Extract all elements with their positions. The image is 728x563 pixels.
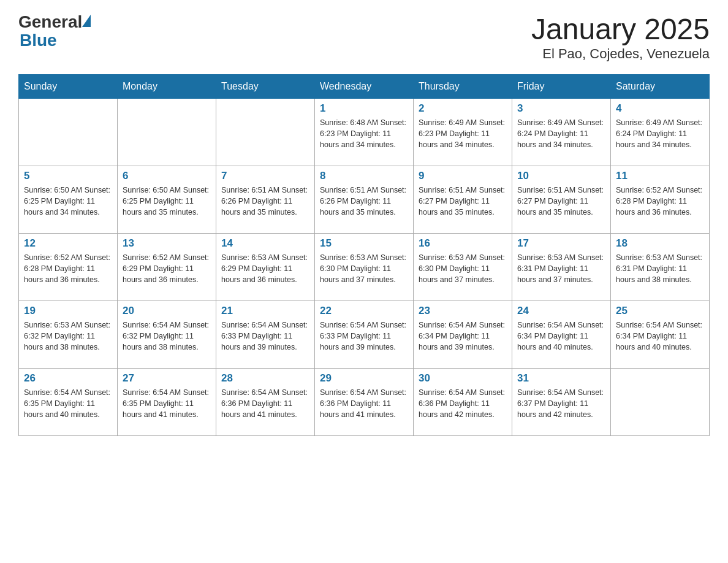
day-number: 16: [419, 237, 507, 250]
calendar-cell: 3Sunrise: 6:49 AM Sunset: 6:24 PM Daylig…: [512, 99, 611, 166]
calendar-header-row: SundayMondayTuesdayWednesdayThursdayFrid…: [19, 75, 710, 99]
day-info: Sunrise: 6:54 AM Sunset: 6:35 PM Dayligh…: [123, 387, 211, 420]
calendar-cell: 2Sunrise: 6:49 AM Sunset: 6:23 PM Daylig…: [414, 99, 512, 166]
calendar-header-saturday: Saturday: [611, 75, 710, 99]
day-info: Sunrise: 6:51 AM Sunset: 6:26 PM Dayligh…: [320, 185, 408, 218]
calendar-cell: 23Sunrise: 6:54 AM Sunset: 6:34 PM Dayli…: [414, 301, 512, 369]
calendar-cell: 13Sunrise: 6:52 AM Sunset: 6:29 PM Dayli…: [118, 234, 216, 301]
calendar-cell: 29Sunrise: 6:54 AM Sunset: 6:36 PM Dayli…: [315, 369, 414, 436]
day-number: 7: [221, 170, 309, 182]
logo-general: General: [18, 12, 82, 32]
day-number: 23: [419, 305, 507, 317]
day-info: Sunrise: 6:50 AM Sunset: 6:25 PM Dayligh…: [123, 185, 211, 218]
day-number: 1: [320, 102, 408, 115]
day-number: 28: [221, 372, 309, 385]
calendar-cell: 28Sunrise: 6:54 AM Sunset: 6:36 PM Dayli…: [216, 369, 315, 436]
calendar-header-thursday: Thursday: [414, 75, 512, 99]
day-number: 13: [123, 237, 211, 250]
day-info: Sunrise: 6:49 AM Sunset: 6:24 PM Dayligh…: [517, 117, 605, 150]
day-number: 6: [123, 170, 211, 182]
calendar-cell: 1Sunrise: 6:48 AM Sunset: 6:23 PM Daylig…: [315, 99, 414, 166]
calendar-cell: 31Sunrise: 6:54 AM Sunset: 6:37 PM Dayli…: [512, 369, 611, 436]
day-number: 21: [221, 305, 309, 317]
day-info: Sunrise: 6:53 AM Sunset: 6:30 PM Dayligh…: [320, 252, 408, 285]
calendar-cell: [118, 99, 216, 166]
calendar-cell: 10Sunrise: 6:51 AM Sunset: 6:27 PM Dayli…: [512, 166, 611, 234]
day-info: Sunrise: 6:54 AM Sunset: 6:34 PM Dayligh…: [419, 320, 507, 353]
calendar-table: SundayMondayTuesdayWednesdayThursdayFrid…: [18, 74, 710, 436]
day-info: Sunrise: 6:53 AM Sunset: 6:31 PM Dayligh…: [616, 252, 704, 285]
calendar-week-3: 12Sunrise: 6:52 AM Sunset: 6:28 PM Dayli…: [19, 234, 710, 301]
day-info: Sunrise: 6:51 AM Sunset: 6:26 PM Dayligh…: [221, 185, 309, 218]
day-info: Sunrise: 6:54 AM Sunset: 6:34 PM Dayligh…: [517, 320, 605, 353]
day-info: Sunrise: 6:53 AM Sunset: 6:29 PM Dayligh…: [221, 252, 309, 285]
day-info: Sunrise: 6:54 AM Sunset: 6:34 PM Dayligh…: [616, 320, 704, 353]
day-number: 31: [517, 372, 605, 385]
calendar-header-tuesday: Tuesday: [216, 75, 315, 99]
day-info: Sunrise: 6:53 AM Sunset: 6:32 PM Dayligh…: [24, 320, 112, 353]
calendar-cell: 22Sunrise: 6:54 AM Sunset: 6:33 PM Dayli…: [315, 301, 414, 369]
calendar-cell: 20Sunrise: 6:54 AM Sunset: 6:32 PM Dayli…: [118, 301, 216, 369]
calendar-week-4: 19Sunrise: 6:53 AM Sunset: 6:32 PM Dayli…: [19, 301, 710, 369]
day-info: Sunrise: 6:53 AM Sunset: 6:31 PM Dayligh…: [517, 252, 605, 285]
day-number: 29: [320, 372, 408, 385]
calendar-cell: 17Sunrise: 6:53 AM Sunset: 6:31 PM Dayli…: [512, 234, 611, 301]
calendar-cell: 7Sunrise: 6:51 AM Sunset: 6:26 PM Daylig…: [216, 166, 315, 234]
calendar-cell: 11Sunrise: 6:52 AM Sunset: 6:28 PM Dayli…: [611, 166, 710, 234]
day-number: 10: [517, 170, 605, 182]
day-number: 5: [24, 170, 112, 182]
calendar-cell: [611, 369, 710, 436]
day-number: 25: [616, 305, 704, 317]
day-number: 8: [320, 170, 408, 182]
day-number: 17: [517, 237, 605, 250]
day-info: Sunrise: 6:52 AM Sunset: 6:28 PM Dayligh…: [24, 252, 112, 285]
day-number: 18: [616, 237, 704, 250]
day-number: 26: [24, 372, 112, 385]
day-info: Sunrise: 6:54 AM Sunset: 6:36 PM Dayligh…: [320, 387, 408, 420]
calendar-week-1: 1Sunrise: 6:48 AM Sunset: 6:23 PM Daylig…: [19, 99, 710, 166]
title-section: January 2025 El Pao, Cojedes, Venezuela: [531, 12, 710, 62]
calendar-cell: 25Sunrise: 6:54 AM Sunset: 6:34 PM Dayli…: [611, 301, 710, 369]
calendar-cell: 18Sunrise: 6:53 AM Sunset: 6:31 PM Dayli…: [611, 234, 710, 301]
day-number: 20: [123, 305, 211, 317]
day-info: Sunrise: 6:49 AM Sunset: 6:23 PM Dayligh…: [419, 117, 507, 150]
calendar-cell: 4Sunrise: 6:49 AM Sunset: 6:24 PM Daylig…: [611, 99, 710, 166]
calendar-cell: [216, 99, 315, 166]
logo-blue: Blue: [20, 32, 57, 49]
day-info: Sunrise: 6:54 AM Sunset: 6:35 PM Dayligh…: [24, 387, 112, 420]
day-number: 15: [320, 237, 408, 250]
calendar-header-wednesday: Wednesday: [315, 75, 414, 99]
calendar-header-monday: Monday: [118, 75, 216, 99]
day-number: 3: [517, 102, 605, 115]
day-info: Sunrise: 6:51 AM Sunset: 6:27 PM Dayligh…: [419, 185, 507, 218]
page-title: January 2025: [531, 12, 710, 46]
calendar-header-friday: Friday: [512, 75, 611, 99]
calendar-cell: 9Sunrise: 6:51 AM Sunset: 6:27 PM Daylig…: [414, 166, 512, 234]
day-info: Sunrise: 6:48 AM Sunset: 6:23 PM Dayligh…: [320, 117, 408, 150]
calendar-cell: 16Sunrise: 6:53 AM Sunset: 6:30 PM Dayli…: [414, 234, 512, 301]
day-info: Sunrise: 6:54 AM Sunset: 6:33 PM Dayligh…: [221, 320, 309, 353]
day-number: 27: [123, 372, 211, 385]
calendar-week-2: 5Sunrise: 6:50 AM Sunset: 6:25 PM Daylig…: [19, 166, 710, 234]
calendar-cell: 24Sunrise: 6:54 AM Sunset: 6:34 PM Dayli…: [512, 301, 611, 369]
calendar-cell: 30Sunrise: 6:54 AM Sunset: 6:36 PM Dayli…: [414, 369, 512, 436]
day-number: 22: [320, 305, 408, 317]
day-info: Sunrise: 6:53 AM Sunset: 6:30 PM Dayligh…: [419, 252, 507, 285]
day-number: 12: [24, 237, 112, 250]
day-info: Sunrise: 6:51 AM Sunset: 6:27 PM Dayligh…: [517, 185, 605, 218]
logo-triangle-icon: [82, 15, 91, 27]
calendar-cell: 19Sunrise: 6:53 AM Sunset: 6:32 PM Dayli…: [19, 301, 118, 369]
calendar-cell: 27Sunrise: 6:54 AM Sunset: 6:35 PM Dayli…: [118, 369, 216, 436]
day-info: Sunrise: 6:54 AM Sunset: 6:32 PM Dayligh…: [123, 320, 211, 353]
day-number: 19: [24, 305, 112, 317]
day-number: 11: [616, 170, 704, 182]
day-number: 14: [221, 237, 309, 250]
day-number: 30: [419, 372, 507, 385]
day-info: Sunrise: 6:54 AM Sunset: 6:33 PM Dayligh…: [320, 320, 408, 353]
calendar-cell: 15Sunrise: 6:53 AM Sunset: 6:30 PM Dayli…: [315, 234, 414, 301]
day-info: Sunrise: 6:54 AM Sunset: 6:36 PM Dayligh…: [419, 387, 507, 420]
calendar-cell: 26Sunrise: 6:54 AM Sunset: 6:35 PM Dayli…: [19, 369, 118, 436]
day-number: 9: [419, 170, 507, 182]
calendar-cell: 8Sunrise: 6:51 AM Sunset: 6:26 PM Daylig…: [315, 166, 414, 234]
day-info: Sunrise: 6:50 AM Sunset: 6:25 PM Dayligh…: [24, 185, 112, 218]
